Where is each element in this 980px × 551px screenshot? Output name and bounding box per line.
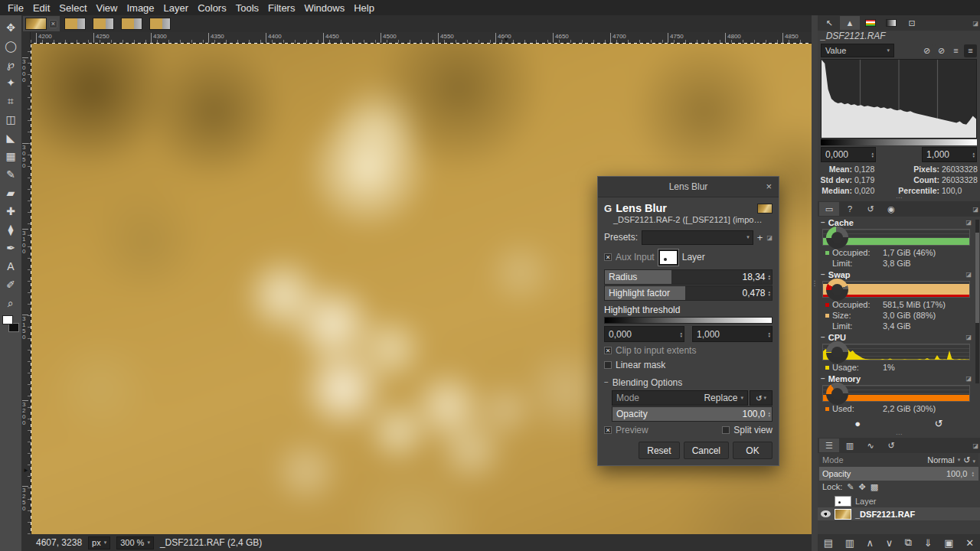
split-view-checkbox[interactable] (722, 426, 730, 434)
image-tab[interactable] (90, 16, 116, 31)
dock-handle[interactable]: ⋯ (818, 432, 980, 438)
eraser-tool[interactable]: ▰ (2, 184, 20, 202)
panel-menu-icon[interactable]: ◪ (972, 442, 978, 449)
dashboard-tab-3[interactable]: ◉ (881, 202, 901, 216)
gradient-tool[interactable]: ▦ (2, 147, 20, 165)
fg-bg-color-swatches[interactable] (2, 315, 19, 332)
reset-button[interactable]: Reset (639, 442, 679, 459)
aux-input-thumbnail[interactable] (658, 249, 678, 266)
dock-handle[interactable]: ⋯ (818, 196, 980, 201)
histogram-option-button[interactable]: ≡ (964, 44, 977, 57)
panel-menu-icon[interactable]: ◪ (965, 375, 972, 382)
menu-item-filters[interactable]: Filters (263, 2, 299, 14)
record-button[interactable]: ● (854, 418, 861, 429)
panel-menu-icon[interactable]: ◪ (972, 20, 978, 27)
dashboard-scrollbar[interactable] (975, 220, 979, 383)
menu-item-tools[interactable]: Tools (231, 2, 263, 14)
layer-row[interactable]: _DSF2121.RAF (818, 507, 980, 520)
spinner-arrows[interactable]: ▴▾ (766, 411, 772, 417)
histogram-option-button[interactable]: ⊘ (935, 44, 948, 57)
ruler-corner[interactable] (21, 32, 31, 43)
layers-tab-0[interactable]: ☰ (819, 439, 839, 452)
lower-layer-button[interactable]: ∨ (886, 537, 893, 549)
aux-input-checkbox[interactable]: ✕ (604, 253, 612, 261)
blur-tool[interactable]: ⧫ (2, 220, 20, 239)
spinner-arrows[interactable]: ▴▾ (678, 331, 684, 337)
threshold-low-input[interactable]: 0,000▴▾ (604, 326, 684, 342)
zoom-tool[interactable]: ⌕ (2, 294, 20, 312)
lock-position-icon[interactable]: ✥ (859, 482, 866, 492)
layer-mode-value[interactable]: Normal (927, 455, 954, 465)
histogram-tab-3[interactable] (881, 16, 901, 30)
histogram-option-button[interactable]: ≡ (949, 44, 962, 57)
blending-expander-icon[interactable]: − (604, 378, 609, 386)
expander-icon[interactable]: − (821, 218, 825, 227)
menu-item-colors[interactable]: Colors (193, 2, 231, 14)
color-picker-tool[interactable]: ✐ (2, 276, 20, 294)
histogram-low-input[interactable]: 0,000▴▾ (821, 147, 876, 162)
new-layer-button[interactable]: ▤ (824, 537, 833, 549)
menu-item-help[interactable]: Help (349, 2, 379, 14)
fg-color-swatch[interactable] (2, 315, 13, 324)
preview-checkbox[interactable]: ✕ (604, 426, 612, 434)
histogram-tab-2[interactable] (861, 16, 880, 30)
crop-tool[interactable]: ⌗ (2, 92, 20, 110)
layer-row[interactable]: Layer (818, 494, 980, 507)
unit-select[interactable]: px▾ (88, 536, 110, 549)
reset-history-button[interactable]: ↺ (935, 418, 943, 429)
blend-space-button[interactable]: ↺ ▾ (963, 455, 975, 465)
add-mask-button[interactable]: ▣ (944, 537, 953, 549)
text-tool[interactable]: A (2, 257, 20, 276)
dashboard-tab-1[interactable]: ? (840, 202, 860, 216)
spinner-arrows[interactable]: ▴▾ (971, 152, 976, 158)
add-preset-icon[interactable]: + (757, 232, 763, 243)
ok-button[interactable]: OK (733, 442, 773, 459)
menu-item-image[interactable]: Image (122, 2, 158, 14)
vertical-ruler[interactable]: 300030503100315032003250► (21, 43, 31, 534)
expander-icon[interactable]: − (821, 374, 825, 383)
threshold-high-input[interactable]: 1,000▴▾ (692, 326, 773, 342)
layer-opacity-slider[interactable]: Opacity 100,0▴▾ (819, 467, 978, 481)
image-tab[interactable] (62, 16, 88, 31)
blend-space-select[interactable]: ↺▾ (750, 390, 773, 406)
ink-tool[interactable]: ✒ (2, 239, 20, 257)
image-tab[interactable]: × (23, 16, 60, 31)
histogram-option-button[interactable]: ⊘ (920, 44, 933, 57)
spinner-arrows[interactable]: ▴▾ (970, 471, 975, 477)
histogram-channel-select[interactable]: Value▾ (821, 44, 894, 57)
new-group-button[interactable]: ▥ (845, 537, 854, 549)
panel-menu-icon[interactable]: ◪ (972, 206, 978, 213)
menu-item-layer[interactable]: Layer (159, 2, 194, 14)
dialog-close-icon[interactable]: × (766, 181, 772, 192)
threshold-gradient[interactable] (604, 317, 773, 324)
panel-menu-icon[interactable]: ◪ (766, 234, 773, 241)
paintbrush-tool[interactable]: ✎ (2, 165, 20, 184)
free-select-tool[interactable]: ℘ (2, 55, 20, 73)
opacity-slider[interactable]: Opacity 100,0▴▾ (612, 406, 773, 422)
merge-down-button[interactable]: ⇓ (924, 537, 933, 549)
spinner-arrows[interactable]: ▴▾ (870, 152, 875, 158)
dock-splitter[interactable]: ⋮ (812, 15, 818, 551)
histogram-tab-1[interactable]: ▲ (840, 16, 860, 30)
presets-select[interactable]: ▾ (642, 230, 753, 245)
image-tab[interactable] (147, 16, 173, 31)
spinner-arrows[interactable]: ▴▾ (766, 290, 772, 296)
transform-tool[interactable]: ◫ (2, 110, 20, 129)
cancel-button[interactable]: Cancel (684, 442, 729, 459)
linear-mask-checkbox[interactable] (604, 361, 612, 369)
expander-icon[interactable]: − (821, 333, 825, 341)
histogram-tab-4[interactable]: ⊡ (902, 16, 922, 30)
panel-menu-icon[interactable]: ◪ (965, 219, 972, 226)
horizontal-ruler[interactable]: 4200425043004350440044504500455046004650… (31, 32, 812, 43)
move-tool[interactable]: ✥ (2, 18, 20, 37)
expander-icon[interactable]: − (821, 270, 825, 279)
bucket-fill-tool[interactable]: ◣ (2, 129, 20, 147)
menu-item-edit[interactable]: Edit (28, 2, 54, 14)
lock-alpha-icon[interactable]: ▩ (871, 482, 878, 492)
visibility-eye-icon[interactable] (821, 510, 831, 517)
heal-tool[interactable]: ✚ (2, 202, 20, 220)
spinner-arrows[interactable]: ▴▾ (766, 331, 772, 337)
panel-menu-icon[interactable]: ◪ (965, 271, 972, 278)
image-tab[interactable] (119, 16, 145, 31)
histogram-high-input[interactable]: 1,000▴▾ (922, 147, 977, 162)
